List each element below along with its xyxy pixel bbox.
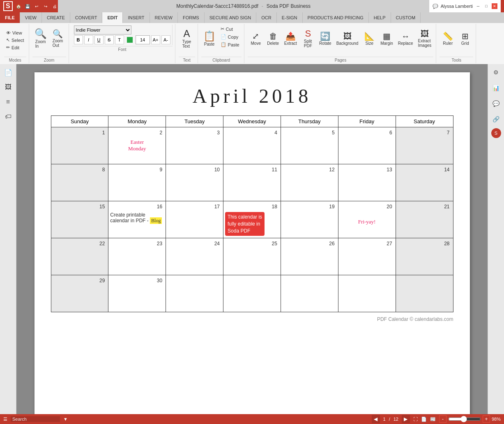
font-select[interactable]: Indie Flower bbox=[74, 25, 131, 35]
day-num: 21 bbox=[398, 203, 451, 210]
tab-esign[interactable]: E-SIGN bbox=[277, 12, 303, 23]
zoom-out-status-btn[interactable]: - bbox=[439, 415, 446, 423]
tab-convert[interactable]: CONVERT bbox=[70, 12, 103, 23]
qa-home[interactable]: 🏠 bbox=[15, 3, 22, 9]
zoom-in-status-btn[interactable]: + bbox=[483, 415, 490, 423]
font-decrease-btn[interactable]: A- bbox=[161, 35, 170, 44]
paste-small-icon: 📋 bbox=[221, 42, 226, 47]
grid-btn[interactable]: ⊞ Grid bbox=[457, 25, 473, 53]
extract-btn[interactable]: 📤 Extract bbox=[282, 25, 299, 53]
cell-w3-mon: 16 Create printable calendar in PDF - Bl… bbox=[108, 201, 166, 238]
tab-create[interactable]: CREATE bbox=[42, 12, 70, 23]
cell-w4-wed: 25 bbox=[223, 238, 281, 275]
thumbnails-panel-btn[interactable]: 🖼 bbox=[2, 81, 15, 94]
maximize-btn[interactable]: □ bbox=[483, 3, 489, 9]
zoom-controls: - + 98% bbox=[439, 415, 501, 423]
left-panel: 📄 🖼 ≡ 🏷 bbox=[0, 64, 16, 414]
day-num: 19 bbox=[283, 203, 336, 210]
paste-small-label: Paste bbox=[228, 42, 239, 47]
tab-view[interactable]: VIEW bbox=[20, 12, 42, 23]
titlebar-left: S 🏠 💾 ↩ ↪ 🖨 bbox=[3, 1, 58, 11]
move-btn[interactable]: ⤢ Move bbox=[248, 25, 264, 53]
grid-label: Grid bbox=[461, 41, 469, 46]
day-num: 12 bbox=[283, 166, 336, 173]
split-pdf-label: SplitPDF bbox=[304, 39, 312, 48]
bold-btn[interactable]: B bbox=[74, 35, 83, 44]
qa-undo[interactable]: ↩ bbox=[33, 3, 40, 9]
edit-label: Edit bbox=[12, 45, 19, 50]
background-btn[interactable]: 🖼 Background bbox=[334, 25, 360, 53]
font-size-input[interactable] bbox=[136, 35, 150, 44]
tab-custom[interactable]: CUSTOM bbox=[391, 12, 421, 23]
extract-images-btn[interactable]: 🖼 ExtractImages bbox=[416, 25, 434, 53]
menu-icon: ☰ bbox=[3, 417, 7, 422]
qa-save[interactable]: 💾 bbox=[24, 3, 31, 9]
copy-btn[interactable]: 📄 Copy bbox=[219, 33, 242, 40]
edit-mode-btn[interactable]: ✏ Edit bbox=[4, 44, 21, 51]
ruler-btn[interactable]: 📏 Ruler bbox=[440, 25, 456, 53]
zoom-in-btn[interactable]: 🔍 ZoomIn bbox=[32, 25, 49, 53]
replace-icon: ↔ bbox=[401, 32, 410, 40]
close-btn[interactable]: ✕ bbox=[492, 3, 497, 9]
next-page-btn[interactable]: ▶ bbox=[402, 415, 410, 423]
type-text-btn[interactable]: A TypeText bbox=[179, 25, 195, 53]
modes-group: 👁 View ↖ Select ✏ Edit Modes bbox=[2, 24, 29, 63]
blog-note: Create printable calendar in PDF - Blog bbox=[110, 212, 164, 224]
replace-btn[interactable]: ↔ Replace bbox=[396, 25, 415, 53]
cut-btn[interactable]: ✂ Cut bbox=[219, 25, 242, 32]
settings-panel-btn[interactable]: ⚙ bbox=[490, 66, 503, 79]
pdf-footer: PDF Calendar © calendarlabs.com bbox=[51, 316, 453, 322]
day-num: 3 bbox=[168, 129, 221, 136]
font-increase-btn[interactable]: A+ bbox=[151, 35, 160, 44]
qa-redo[interactable]: ↪ bbox=[42, 3, 49, 9]
links-panel-btn[interactable]: 🔗 bbox=[490, 113, 503, 126]
tab-insert[interactable]: INSERT bbox=[123, 12, 150, 23]
background-label: Background bbox=[336, 41, 358, 46]
delete-btn[interactable]: 🗑 Delete bbox=[265, 25, 281, 53]
single-page-btn[interactable]: 📄 bbox=[421, 417, 427, 422]
select-mode-btn[interactable]: ↖ Select bbox=[4, 37, 26, 44]
tab-help[interactable]: HELP bbox=[369, 12, 391, 23]
zoom-out-btn[interactable]: 🔍 ZoomOut bbox=[50, 25, 66, 53]
zoom-out-label: ZoomOut bbox=[53, 39, 63, 48]
tab-forms[interactable]: FORMS bbox=[178, 12, 205, 23]
attachments-panel-btn[interactable]: 🏷 bbox=[2, 110, 15, 123]
paste-big-btn[interactable]: 📋 Paste bbox=[201, 25, 218, 53]
tab-file[interactable]: FILE bbox=[0, 12, 20, 23]
superscript-btn[interactable]: T bbox=[115, 35, 124, 44]
tab-secure[interactable]: SECURE AND SIGN bbox=[205, 12, 256, 23]
rotate-btn[interactable]: 🔄 Rotate bbox=[317, 25, 334, 53]
strikethrough-btn[interactable]: S bbox=[105, 35, 114, 44]
comments-panel-btn[interactable]: 💬 bbox=[490, 97, 503, 110]
minimize-btn[interactable]: ─ bbox=[475, 3, 481, 9]
tab-ocr[interactable]: OCR bbox=[256, 12, 276, 23]
paste-small-btn[interactable]: 📋 Paste bbox=[219, 41, 242, 48]
split-pdf-btn[interactable]: S SplitPDF bbox=[300, 25, 316, 53]
view-mode-btn[interactable]: 👁 View bbox=[4, 30, 24, 36]
extract-label: Extract bbox=[284, 41, 297, 46]
cell-w4-mon: 23 bbox=[108, 238, 166, 275]
tab-edit[interactable]: EDIT bbox=[102, 12, 123, 23]
tab-review[interactable]: REVIEW bbox=[150, 12, 178, 23]
bookmarks-panel-btn[interactable]: ≡ bbox=[2, 95, 15, 108]
analytics-panel-btn[interactable]: 📊 bbox=[490, 81, 503, 94]
zoom-slider[interactable] bbox=[448, 416, 481, 422]
two-page-btn[interactable]: 📰 bbox=[430, 417, 436, 422]
tab-products[interactable]: PRODUCTS AND PRICING bbox=[303, 12, 369, 23]
cell-w3-thu: 19 bbox=[281, 201, 338, 238]
italic-btn[interactable]: I bbox=[84, 35, 93, 44]
day-num: 30 bbox=[110, 277, 164, 284]
search-dropdown[interactable]: ▼ bbox=[63, 417, 68, 422]
qa-print[interactable]: 🖨 bbox=[51, 3, 58, 9]
font-label: Font bbox=[72, 46, 173, 52]
day-num: 5 bbox=[283, 129, 336, 136]
search-input[interactable] bbox=[11, 416, 60, 422]
underline-btn[interactable]: U bbox=[94, 35, 104, 44]
size-btn[interactable]: 📐 Size bbox=[361, 25, 377, 53]
margin-btn[interactable]: ▦ Margin bbox=[378, 25, 395, 53]
soda-circle-btn[interactable]: S bbox=[491, 128, 501, 138]
prev-page-btn[interactable]: ◀ bbox=[372, 415, 380, 423]
fit-page-btn[interactable]: ⛶ bbox=[413, 417, 418, 422]
pages-panel-btn[interactable]: 📄 bbox=[2, 66, 15, 79]
title-appname: Soda PDF Business bbox=[267, 3, 311, 9]
